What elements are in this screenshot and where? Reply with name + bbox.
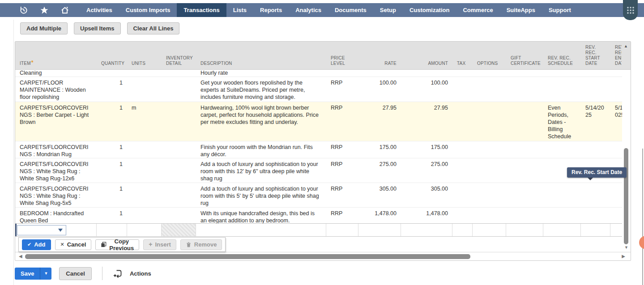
new-line-cell-description[interactable]	[196, 224, 326, 236]
insert-button[interactable]: + Insert	[143, 239, 176, 250]
cell-tax[interactable]	[452, 208, 473, 223]
table-row[interactable]: CleaningHourly rate	[15, 70, 622, 77]
new-line-cell-tax[interactable]	[452, 224, 473, 236]
cell-inventory-detail[interactable]	[162, 70, 196, 77]
cell-item[interactable]: CARPETS/FLOORCOVERINGS : Mondrian Rug	[15, 141, 97, 158]
nav-item-commerce[interactable]: Commerce	[456, 3, 499, 17]
cell-tax[interactable]	[452, 141, 473, 158]
cell-price-level[interactable]: RRP	[326, 208, 358, 223]
cell-quantity[interactable]: 1	[97, 141, 127, 158]
cell-item[interactable]: CARPET/FLOOR MAINTENANCE : Wooden floor …	[15, 77, 97, 102]
cell-price-level[interactable]: RRP	[326, 77, 358, 102]
cell-item[interactable]: CARPETS/FLOORCOVERINGS : White Shag Rug …	[15, 183, 97, 207]
cell-quantity[interactable]: 1	[97, 102, 127, 141]
new-line-cell-rev-rec-start-date[interactable]	[581, 224, 610, 236]
cell-rev-rec-start-date[interactable]	[581, 208, 610, 223]
nav-item-reports[interactable]: Reports	[253, 3, 289, 17]
table-row[interactable]: CARPETS/FLOORCOVERINGS : White Shag Rug …	[15, 158, 622, 183]
cell-gift-certificate[interactable]	[506, 141, 543, 158]
cell-rev-rec-start-date[interactable]: 5/14/2025	[581, 102, 610, 141]
scroll-left-arrow-icon[interactable]: ◀	[19, 254, 22, 259]
cell-inventory-detail[interactable]	[162, 77, 196, 102]
nav-item-support[interactable]: Support	[542, 3, 578, 17]
cell-quantity[interactable]: 1	[97, 183, 127, 207]
cell-amount[interactable]	[401, 70, 452, 77]
cell-description[interactable]: With its unique handcrafted design, this…	[196, 208, 326, 223]
upsell-items-button[interactable]: Upsell Items	[74, 22, 121, 34]
cell-item[interactable]: Cleaning	[15, 70, 97, 77]
cell-description[interactable]: Hardwearing, 100% wool light brown berbe…	[196, 102, 326, 141]
nav-item-lists[interactable]: Lists	[226, 3, 253, 17]
cell-price-level[interactable]: RRP	[326, 102, 358, 141]
nav-item-customization[interactable]: Customization	[403, 3, 456, 17]
cell-item[interactable]: CARPETS/FLOORCOVERINGS : White Shag Rug …	[15, 158, 97, 183]
home-icon[interactable]	[60, 5, 70, 15]
save-button[interactable]: Save	[15, 268, 40, 280]
cell-quantity[interactable]	[97, 70, 127, 77]
cell-amount[interactable]: 175.00	[401, 141, 452, 158]
new-line-cell-rate[interactable]	[358, 224, 401, 236]
cell-price-level[interactable]	[326, 70, 358, 77]
cell-price-level[interactable]: RRP	[326, 141, 358, 158]
cell-quantity[interactable]: 1	[97, 208, 127, 223]
cell-rev-rec-start-date[interactable]	[581, 183, 610, 207]
cell-options[interactable]	[473, 102, 506, 141]
new-line-cell-inventory-detail[interactable]	[162, 224, 196, 236]
cell-units[interactable]	[127, 77, 162, 102]
table-row[interactable]: CARPETS/FLOORCOVERINGS : Berber Carpet -…	[15, 102, 622, 141]
cell-rev-rec-schedule[interactable]	[543, 208, 581, 223]
scroll-down-arrow-icon[interactable]: ▼	[624, 245, 628, 250]
cell-inventory-detail[interactable]	[162, 158, 196, 183]
scroll-up-arrow-icon[interactable]: ▲	[624, 44, 628, 48]
cell-description[interactable]: Finish your rooom with the Mondrian run.…	[196, 141, 326, 158]
new-line-cell-quantity[interactable]	[97, 224, 127, 236]
cell-tax[interactable]	[452, 77, 473, 102]
cell-description[interactable]: Add a touch of luxury and sophistication…	[196, 158, 326, 183]
cell-units[interactable]	[127, 70, 162, 77]
cell-inventory-detail[interactable]	[162, 141, 196, 158]
actions-label[interactable]: Actions	[130, 270, 151, 277]
cell-inventory-detail[interactable]	[162, 208, 196, 223]
clear-all-lines-button[interactable]: Clear All Lines	[127, 22, 180, 34]
new-line-cell-rev-rec-end-date[interactable]	[610, 224, 622, 236]
nav-item-setup[interactable]: Setup	[373, 3, 403, 17]
copy-previous-button[interactable]: Copy Previous	[95, 239, 139, 250]
new-line-cell-units[interactable]	[127, 224, 162, 236]
remove-button[interactable]: Remove	[180, 239, 222, 250]
cell-rate[interactable]: 1,478.00	[358, 208, 401, 223]
chat-widget-partial[interactable]	[639, 236, 644, 249]
cell-gift-certificate[interactable]	[506, 208, 543, 223]
cell-price-level[interactable]: RRP	[326, 183, 358, 207]
cell-rev-rec-end-date[interactable]	[610, 208, 622, 223]
cell-gift-certificate[interactable]	[506, 158, 543, 183]
new-line-cell-amount[interactable]	[401, 224, 452, 236]
new-line-cell-item[interactable]	[15, 224, 97, 236]
cell-rev-rec-start-date[interactable]	[581, 70, 610, 77]
cell-units[interactable]	[127, 141, 162, 158]
cell-rev-rec-schedule[interactable]	[543, 141, 581, 158]
cell-rate[interactable]: 175.00	[358, 141, 401, 158]
recent-records-icon[interactable]	[19, 5, 29, 15]
cell-rev-rec-schedule[interactable]	[543, 70, 581, 77]
cell-options[interactable]	[473, 158, 506, 183]
vertical-scrollbar-thumb[interactable]	[624, 148, 628, 244]
cell-inventory-detail[interactable]	[162, 183, 196, 207]
cell-units[interactable]	[127, 183, 162, 207]
scroll-right-arrow-icon[interactable]: ▶	[622, 254, 625, 259]
actions-icon[interactable]	[113, 268, 123, 278]
cell-description[interactable]: Hourly rate	[196, 70, 326, 77]
cell-rev-rec-end-date[interactable]	[610, 183, 622, 207]
new-line-cell-gift-certificate[interactable]	[506, 224, 543, 236]
line-add-button[interactable]: ✔ Add	[22, 239, 51, 250]
cell-rev-rec-end-date[interactable]: 5/14/2025	[610, 102, 622, 141]
cell-tax[interactable]	[452, 183, 473, 207]
new-line-cell-options[interactable]	[473, 224, 506, 236]
cell-rev-rec-end-date[interactable]	[610, 70, 622, 77]
cell-rev-rec-end-date[interactable]	[610, 77, 622, 102]
nav-item-analytics[interactable]: Analytics	[289, 3, 328, 17]
cell-units[interactable]: m	[127, 102, 162, 141]
cell-description[interactable]: Add a touch of luxury and sophistication…	[196, 183, 326, 207]
table-row[interactable]: CARPET/FLOOR MAINTENANCE : Wooden floor …	[15, 77, 622, 102]
cell-gift-certificate[interactable]	[506, 183, 543, 207]
horizontal-scrollbar[interactable]: ◀ ▶	[15, 252, 631, 260]
